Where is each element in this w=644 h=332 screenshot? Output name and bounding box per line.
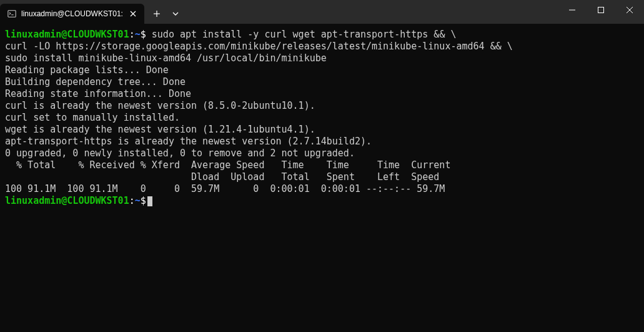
tabs-area: linuxadmin@CLOUDWKST01: — [0, 0, 184, 24]
prompt-colon: : — [129, 195, 135, 206]
output-line: 100 91.1M 100 91.1M 0 0 59.7M 0 0:00:01 … — [5, 183, 445, 194]
titlebar: linuxadmin@CLOUDWKST01: — [0, 0, 644, 24]
terminal-content[interactable]: linuxadmin@CLOUDWKST01:~$ sudo apt insta… — [0, 24, 644, 212]
prompt-user-host: linuxadmin@CLOUDWKST01 — [5, 29, 129, 40]
output-line: apt-transport-https is already the newes… — [5, 136, 372, 147]
prompt-user-host: linuxadmin@CLOUDWKST01 — [5, 195, 129, 206]
output-line: curl is already the newest version (8.5.… — [5, 100, 315, 111]
command-text — [146, 29, 152, 40]
tab-dropdown-button[interactable] — [167, 5, 184, 23]
command-line-3: sudo install minikube-linux-amd64 /usr/l… — [5, 53, 327, 64]
maximize-button[interactable] — [587, 0, 615, 20]
output-line: Reading state information... Done — [5, 88, 191, 99]
command-line-1: sudo apt install -y curl wget apt-transp… — [152, 29, 457, 40]
new-tab-button[interactable] — [147, 5, 167, 23]
terminal-icon — [7, 9, 16, 18]
window-controls — [558, 0, 644, 24]
svg-rect-7 — [598, 8, 604, 13]
minimize-button[interactable] — [558, 0, 587, 20]
output-line: Reading package lists... Done — [5, 64, 169, 76]
prompt-colon: : — [129, 29, 135, 40]
prompt-dollar: $ — [141, 195, 146, 206]
close-tab-button[interactable] — [128, 9, 138, 19]
terminal-tab[interactable]: linuxadmin@CLOUDWKST01: — [0, 4, 144, 24]
output-line: Building dependency tree... Done — [5, 76, 186, 88]
svg-rect-0 — [8, 11, 16, 18]
tab-title: linuxadmin@CLOUDWKST01: — [21, 9, 123, 18]
output-line: wget is already the newest version (1.21… — [5, 124, 315, 135]
prompt-path: ~ — [135, 195, 141, 206]
command-line-2: curl -LO https://storage.googleapis.com/… — [5, 41, 513, 52]
output-line: curl set to manually installed. — [5, 112, 180, 123]
output-line: % Total % Received % Xferd Average Speed… — [5, 159, 450, 171]
prompt-path: ~ — [135, 29, 141, 40]
prompt-dollar: $ — [141, 29, 146, 40]
output-line: 0 upgraded, 0 newly installed, 0 to remo… — [5, 148, 355, 159]
close-window-button[interactable] — [615, 0, 644, 20]
output-line: Dload Upload Total Spent Left Speed — [5, 171, 439, 183]
cursor — [147, 196, 152, 206]
